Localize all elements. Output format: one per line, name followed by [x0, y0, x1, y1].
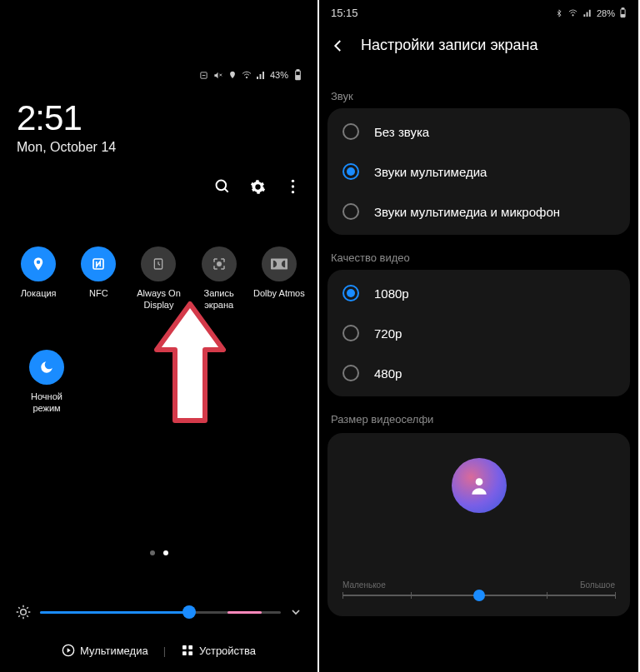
svg-rect-35: [622, 14, 625, 17]
media-label: Мультимедиа: [80, 645, 148, 657]
tile-label: Ночной режим: [18, 391, 75, 415]
sound-options: Без звука Звуки мультимедиа Звуки мульти…: [328, 108, 630, 235]
svg-point-15: [217, 262, 221, 266]
svg-point-32: [572, 15, 573, 16]
svg-marker-27: [68, 648, 71, 652]
quality-options: 1080p 720p 480p: [328, 270, 630, 396]
screen-recorder-settings: 15:15 28% Настройки записи экрана Звук: [319, 0, 638, 672]
selfie-preview: [452, 458, 507, 513]
quick-tile-screen-record[interactable]: Запись экрана: [191, 246, 248, 311]
devices-button[interactable]: Устройства: [181, 644, 256, 657]
svg-point-12: [291, 191, 293, 193]
separator: |: [163, 645, 166, 657]
tile-label: Запись экрана: [191, 288, 248, 311]
panel-footer: Мультимедиа | Устройства: [0, 644, 318, 657]
section-label-sound: Звук: [331, 90, 353, 102]
clock: 2:51: [17, 98, 82, 138]
search-icon[interactable]: [214, 178, 231, 195]
media-button[interactable]: Мультимедиа: [62, 644, 148, 657]
tile-label: Dolby Atmos: [253, 288, 305, 300]
bluetooth-icon: [555, 8, 563, 18]
slider-track[interactable]: [342, 595, 615, 596]
signal-icon: [256, 70, 266, 80]
status-bar: 43%: [199, 70, 302, 80]
gear-icon[interactable]: [249, 178, 266, 195]
date: Mon, October 14: [17, 140, 116, 155]
slider-min-label: Маленькое: [342, 580, 386, 590]
sound-option-media[interactable]: Звуки мультимедиа: [328, 152, 630, 192]
svg-rect-29: [188, 645, 192, 650]
panel-actions: [214, 178, 301, 195]
sound-option-no-sound[interactable]: Без звука: [328, 112, 630, 152]
option-label: 1080p: [374, 286, 409, 301]
battery-pct: 43%: [270, 70, 288, 80]
nfc-icon: [81, 246, 116, 281]
option-label: Без звука: [374, 125, 429, 139]
slider-thumb[interactable]: [473, 590, 485, 601]
svg-point-10: [291, 180, 293, 182]
page-dot[interactable]: [163, 550, 168, 555]
svg-rect-31: [188, 651, 192, 655]
location-icon: [21, 246, 56, 281]
svg-rect-34: [622, 8, 624, 9]
page-dot[interactable]: [150, 550, 155, 555]
option-label: 720p: [374, 326, 402, 341]
battery-icon: [292, 70, 302, 80]
sound-option-media-mic[interactable]: Звуки мультимедиа и микрофон: [328, 192, 630, 231]
page-header: Настройки записи экрана: [319, 37, 638, 54]
battery-icon: [619, 7, 627, 18]
tile-label: Always On Display: [130, 288, 187, 311]
svg-rect-6: [297, 70, 299, 71]
devices-label: Устройства: [199, 645, 256, 657]
status-bar: 15:15 28%: [331, 7, 627, 19]
quality-option-1080p[interactable]: 1080p: [328, 273, 630, 313]
quick-tile-aod[interactable]: Always On Display: [130, 246, 187, 311]
brightness-slider[interactable]: [15, 604, 302, 620]
mute-icon: [213, 70, 223, 80]
section-label-quality: Качество видео: [331, 251, 410, 264]
tile-label: NFC: [89, 288, 108, 300]
svg-point-36: [475, 478, 482, 485]
quick-settings-panel: 43% 2:51 Mon, October 14 Локация NFC: [0, 0, 319, 672]
brightness-icon: [15, 604, 32, 620]
svg-line-23: [27, 615, 28, 617]
svg-line-9: [225, 189, 228, 192]
radio-icon: [342, 123, 359, 140]
location-status-icon: [228, 70, 238, 80]
brightness-track[interactable]: [40, 611, 281, 614]
option-label: 480p: [374, 366, 402, 381]
quick-tile-row: Локация NFC Always On Display Запись экр…: [0, 246, 318, 311]
svg-line-22: [18, 607, 20, 609]
back-button[interactable]: [331, 37, 348, 54]
quick-tile-nfc[interactable]: NFC: [70, 246, 127, 311]
quick-tile-dolby[interactable]: Dolby Atmos: [251, 246, 308, 311]
radio-icon: [342, 365, 359, 381]
wifi-icon: [568, 8, 578, 17]
svg-point-8: [217, 181, 227, 191]
selfie-size-slider[interactable]: Маленькое Большое: [342, 580, 615, 596]
quick-tile-row: Ночной режим: [0, 350, 318, 415]
signal-icon: [582, 8, 592, 17]
svg-rect-7: [296, 76, 299, 79]
chevron-down-icon[interactable]: [289, 605, 302, 619]
page-indicator: [0, 550, 318, 555]
quality-option-720p[interactable]: 720p: [328, 313, 630, 353]
svg-rect-30: [182, 651, 187, 655]
quick-tile-night-mode[interactable]: Ночной режим: [18, 350, 75, 415]
status-time: 15:15: [331, 7, 358, 19]
brightness-thumb[interactable]: [182, 605, 196, 619]
battery-pct: 28%: [597, 8, 615, 18]
svg-point-17: [21, 610, 27, 615]
quality-option-480p[interactable]: 480p: [328, 353, 630, 393]
slider-max-label: Большое: [580, 580, 615, 590]
radio-icon: [342, 285, 359, 301]
quick-tile-location[interactable]: Локация: [10, 246, 67, 311]
page-title: Настройки записи экрана: [361, 37, 538, 54]
more-icon[interactable]: [284, 178, 301, 195]
option-label: Звуки мультимедиа: [374, 165, 487, 179]
dolby-icon: [262, 246, 297, 281]
radio-icon: [342, 203, 359, 220]
radio-icon: [342, 163, 359, 180]
option-label: Звуки мультимедиа и микрофон: [374, 205, 560, 219]
tile-label: Локация: [21, 288, 57, 300]
